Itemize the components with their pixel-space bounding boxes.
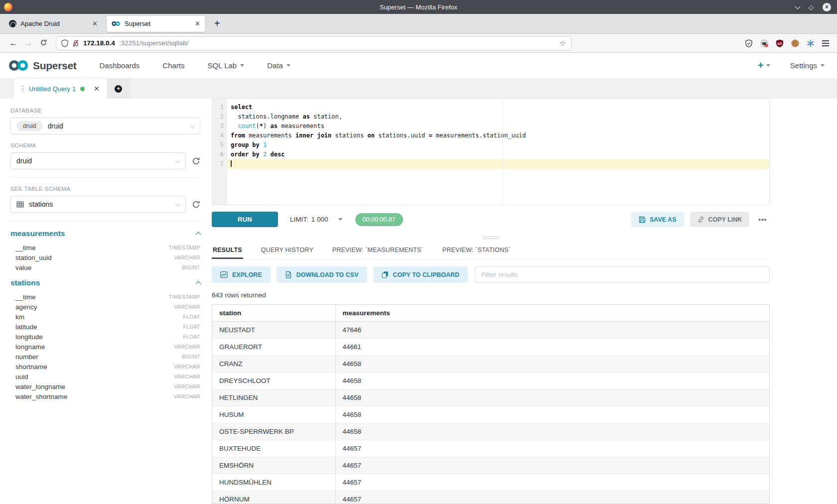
asterisk-extension-icon[interactable] bbox=[807, 39, 815, 47]
svg-text:uO: uO bbox=[777, 41, 782, 45]
menu-hamburger-icon[interactable] bbox=[822, 39, 829, 48]
table-cell: 44658 bbox=[335, 389, 769, 406]
column-type: VARCHAR bbox=[174, 344, 200, 350]
refresh-schemas-icon[interactable] bbox=[192, 157, 200, 165]
window-close-icon[interactable]: × bbox=[823, 3, 831, 11]
insecure-lock-icon[interactable] bbox=[72, 39, 79, 47]
url-bar[interactable]: 172.18.0.4:32251/superset/sqllab/ ☆ bbox=[56, 36, 571, 50]
table-row: HÖRNUM44657 bbox=[212, 491, 769, 504]
browser-tab-label: Apache Druid bbox=[20, 20, 60, 27]
schema-table-header[interactable]: measurements bbox=[10, 229, 200, 238]
explore-button[interactable]: EXPLORE bbox=[212, 266, 271, 283]
new-item-button[interactable]: + bbox=[758, 60, 770, 71]
schema-column-row: numberBIGINT bbox=[10, 352, 200, 362]
column-type: VARCHAR bbox=[174, 383, 200, 389]
column-name: latitude bbox=[15, 323, 37, 331]
query-tab[interactable]: Untitled Query 1 ✕ bbox=[14, 79, 107, 99]
tab-results[interactable]: RESULTS bbox=[212, 242, 243, 259]
schema-table-header[interactable]: stations bbox=[10, 278, 200, 287]
query-tab-title: Untitled Query 1 bbox=[29, 85, 76, 93]
pane-splitter-handle[interactable] bbox=[212, 234, 770, 242]
new-tab-button[interactable]: + bbox=[214, 18, 220, 29]
settings-menu[interactable]: Settings bbox=[790, 61, 825, 70]
url-host: 172.18.0.4 bbox=[83, 39, 115, 47]
superset-logo[interactable]: Superset bbox=[8, 60, 76, 72]
mask-extension-icon[interactable] bbox=[760, 39, 768, 47]
column-name: __time bbox=[15, 244, 36, 252]
sql-editor[interactable]: 1234567 select stations.longname as stat… bbox=[212, 99, 770, 205]
code-line: group by 1 bbox=[227, 140, 769, 150]
nav-sql-lab[interactable]: SQL Lab bbox=[208, 61, 245, 70]
tab-preview-measurements[interactable]: PREVIEW: `MEASUREMENTS` bbox=[331, 242, 424, 259]
browser-tab-druid[interactable]: Apache Druid ✕ bbox=[4, 16, 103, 32]
cookie-extension-icon[interactable] bbox=[791, 39, 799, 47]
table-cell: 44657 bbox=[335, 474, 769, 491]
screen: Superset — Mozilla Firefox ◇ × Apache Dr… bbox=[0, 0, 837, 504]
database-select[interactable]: druid druid bbox=[10, 118, 200, 134]
sql-editor-lines[interactable]: select stations.longname as station, cou… bbox=[227, 99, 769, 205]
forward-button[interactable]: → bbox=[21, 39, 36, 47]
table-cell: 44658 bbox=[335, 406, 769, 423]
superset-navbar: Superset Dashboards Charts SQL Lab Data … bbox=[0, 53, 837, 79]
table-cell: 44657 bbox=[335, 491, 769, 504]
window-maximize-icon[interactable]: ◇ bbox=[809, 4, 814, 10]
save-icon bbox=[639, 216, 646, 223]
limit-dropdown[interactable]: LIMIT: 1 000 bbox=[290, 216, 342, 223]
chart-icon bbox=[220, 271, 228, 278]
shield-extension-icon[interactable] bbox=[745, 39, 753, 47]
browser-tab-label: Superset bbox=[125, 20, 150, 27]
table-cell: HUNDSMÜHLEN bbox=[212, 474, 335, 491]
nav-charts[interactable]: Charts bbox=[162, 61, 184, 70]
table-select[interactable]: stations bbox=[10, 196, 186, 213]
add-query-tab[interactable]: + bbox=[107, 79, 130, 99]
tab-preview-stations[interactable]: PREVIEW: `STATIONS` bbox=[441, 242, 512, 259]
filter-results-input[interactable] bbox=[475, 266, 770, 283]
table-row: GRAUERORT44661 bbox=[212, 339, 769, 356]
table-row: HUSUM44658 bbox=[212, 406, 769, 423]
table-row: HETLINGEN44658 bbox=[212, 389, 769, 406]
copy-clipboard-button[interactable]: COPY TO CLIPBOARD bbox=[373, 266, 468, 283]
caret-down-icon bbox=[766, 64, 770, 67]
column-header[interactable]: measurements bbox=[335, 305, 769, 322]
run-button[interactable]: RUN bbox=[212, 212, 278, 227]
table-cell: 44658 bbox=[335, 423, 769, 440]
query-timer-badge: 00:00:00.87 bbox=[355, 213, 403, 226]
table-cell: NEUSTADT bbox=[212, 322, 335, 339]
schema-column-row: __timeTIMESTAMP bbox=[10, 243, 200, 252]
refresh-tables-icon[interactable] bbox=[192, 200, 200, 209]
chevron-down-icon bbox=[189, 123, 195, 128]
copy-link-button[interactable]: COPY LINK bbox=[690, 212, 750, 227]
table-cell: 44657 bbox=[335, 440, 769, 457]
results-table-container[interactable]: stationmeasurements NEUSTADT47646GRAUERO… bbox=[212, 304, 770, 504]
back-button[interactable]: ← bbox=[6, 39, 21, 47]
window-minimize-icon[interactable] bbox=[795, 3, 800, 9]
query-tab-close-icon[interactable]: ✕ bbox=[94, 85, 100, 93]
bookmark-star-icon[interactable]: ☆ bbox=[559, 39, 566, 48]
tab-close-icon[interactable]: ✕ bbox=[195, 20, 200, 27]
save-as-button[interactable]: SAVE AS bbox=[631, 212, 684, 227]
table-icon bbox=[16, 201, 24, 208]
ublock-extension-icon[interactable]: uO bbox=[776, 39, 784, 47]
tracking-shield-icon[interactable] bbox=[61, 39, 68, 47]
table-row: HUNDSMÜHLEN44657 bbox=[212, 474, 769, 491]
window-titlebar: Superset — Mozilla Firefox ◇ × bbox=[0, 0, 837, 14]
tab-close-icon[interactable]: ✕ bbox=[92, 20, 98, 27]
reload-button[interactable] bbox=[36, 39, 51, 48]
browser-tab-superset[interactable]: Superset ✕ bbox=[107, 16, 205, 32]
nav-dashboards[interactable]: Dashboards bbox=[99, 61, 140, 70]
drag-handle-icon[interactable] bbox=[21, 85, 24, 93]
column-type: VARCHAR bbox=[174, 364, 200, 370]
nav-data[interactable]: Data bbox=[267, 61, 290, 70]
column-header[interactable]: station bbox=[212, 305, 335, 322]
schema-select[interactable]: druid bbox=[10, 152, 186, 169]
download-csv-button[interactable]: DOWNLOAD TO CSV bbox=[277, 266, 367, 283]
table-row: DREYSCHLOOT44658 bbox=[212, 373, 769, 389]
more-actions-button[interactable]: ••• bbox=[755, 216, 770, 223]
column-type: VARCHAR bbox=[174, 254, 200, 260]
column-name: value bbox=[15, 264, 31, 271]
limit-value: 1 000 bbox=[311, 216, 328, 223]
divider bbox=[10, 221, 200, 221]
tab-query-history[interactable]: QUERY HISTORY bbox=[260, 242, 314, 259]
schema-column-row: __timeTIMESTAMP bbox=[10, 292, 200, 302]
chevron-down-icon bbox=[175, 157, 180, 163]
